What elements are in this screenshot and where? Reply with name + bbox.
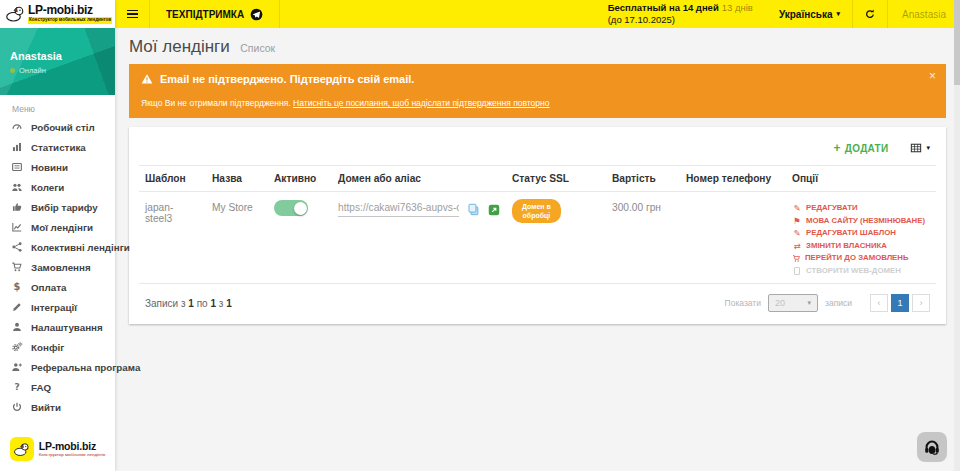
trial-days-left: 13 днів bbox=[722, 2, 753, 13]
landings-card: + ДОДАТИ ▾ Шаблон bbox=[129, 127, 946, 324]
file-icon bbox=[794, 267, 800, 275]
table-header-row: Шаблон Назва Активно Домен або аліас Ста… bbox=[139, 166, 936, 192]
topbar-username[interactable]: Anastasia bbox=[888, 0, 960, 28]
integrations-icon bbox=[11, 301, 23, 313]
sidebar-item-settings[interactable]: Налаштування bbox=[0, 317, 115, 337]
chevron-down-icon: ▾ bbox=[808, 299, 812, 307]
sidebar-item-collective-landings[interactable]: Колективні лендінги bbox=[0, 237, 115, 257]
brand-logo-bottom[interactable]: LP-mobi.biz Конструктор мобільних лендін… bbox=[0, 430, 115, 471]
resend-confirmation-link[interactable]: Натисніть це посилання, щоб надіслати пі… bbox=[293, 98, 549, 108]
email-alert: Email не підтверджено. Підтвердіть свій … bbox=[129, 64, 946, 118]
close-icon[interactable]: × bbox=[929, 70, 936, 82]
referral-icon bbox=[11, 361, 23, 373]
dog-logo-icon bbox=[5, 4, 25, 24]
sidebar-user-status: Онлайн bbox=[19, 66, 46, 75]
table-row: japan-steel3 My Store https://cakawi7636… bbox=[139, 192, 936, 284]
dog-logo-badge-icon bbox=[10, 437, 34, 461]
support-button[interactable]: ТЕХПІДТРИМКА bbox=[150, 0, 279, 28]
app-root: LP-mobi.biz Конструктор мобильных лендин… bbox=[0, 0, 960, 471]
domain-link[interactable]: https://cakawi7636-aupvs-com-42 bbox=[338, 202, 459, 217]
alert-body-text: Якщо Ви не отримали підтвердження. bbox=[141, 98, 291, 108]
records-label: записи bbox=[825, 298, 852, 308]
brand-name-bottom: LP-mobi.biz bbox=[39, 441, 106, 452]
brand-logo-top[interactable]: LP-mobi.biz Конструктор мобильных лендин… bbox=[0, 0, 115, 28]
topbar: ТЕХПІДТРИМКА Бесплатный на 14 дней13 дні… bbox=[115, 0, 960, 28]
warning-icon bbox=[141, 73, 153, 85]
sidebar-item-logout[interactable]: Вийти bbox=[0, 397, 115, 417]
sidebar: LP-mobi.biz Конструктор мобильных лендин… bbox=[0, 0, 115, 471]
scrollbar-thumb[interactable] bbox=[954, 0, 960, 85]
topbar-divider bbox=[279, 0, 280, 28]
option-edit-template[interactable]: ✎РЕДАГУВАТИ ШАБЛОН bbox=[792, 227, 930, 240]
sidebar-user-panel: Anastasia Онлайн bbox=[0, 28, 115, 95]
faq-icon bbox=[11, 381, 23, 393]
support-chat-button[interactable] bbox=[917, 432, 947, 462]
col-price: Вартість bbox=[606, 166, 680, 192]
option-create-web-domain: СТВОРИТИ WEB-ДОМЕН bbox=[792, 265, 930, 278]
hamburger-menu-icon[interactable] bbox=[115, 0, 149, 28]
settings-user-icon bbox=[11, 321, 23, 333]
prev-page-button[interactable]: ‹ bbox=[870, 294, 888, 312]
next-page-button[interactable]: › bbox=[912, 294, 930, 312]
page-subtitle: Список bbox=[240, 42, 275, 54]
sidebar-item-config[interactable]: Конфіг bbox=[0, 337, 115, 357]
brand-tagline: Конструктор мобильных лендингов bbox=[28, 17, 112, 24]
table-footer: Записи з 1 по 1 з 1 Показати 20 ▾ записи… bbox=[139, 283, 936, 324]
pagination: Показати 20 ▾ записи ‹ 1 › bbox=[725, 294, 930, 312]
col-active: Активно bbox=[268, 166, 332, 192]
plus-icon: + bbox=[833, 142, 840, 154]
option-change-owner[interactable]: ⇄ЗМІНИТИ ВЛАСНИКА bbox=[792, 240, 930, 253]
option-edit[interactable]: ✎РЕДАГУВАТИ bbox=[792, 202, 930, 215]
scrollbar-track bbox=[954, 0, 960, 471]
edit-icon: ✎ bbox=[792, 227, 802, 240]
cell-price: 300.00 грн bbox=[606, 192, 680, 284]
brand-name: LP-mobi.biz bbox=[28, 4, 112, 16]
statistics-icon bbox=[11, 141, 23, 153]
edit-icon: ✎ bbox=[792, 202, 802, 215]
sidebar-item-payment[interactable]: Оплата bbox=[0, 277, 115, 297]
main-area: ТЕХПІДТРИМКА Бесплатный на 14 дней13 дні… bbox=[115, 0, 960, 471]
sidebar-nav: Робочий стіл Статистика Новини Колеги Ви… bbox=[0, 117, 115, 430]
sidebar-item-statistics[interactable]: Статистика bbox=[0, 137, 115, 157]
active-toggle[interactable] bbox=[274, 200, 308, 216]
sidebar-item-tariff[interactable]: Вибір тарифу bbox=[0, 197, 115, 217]
refresh-button[interactable] bbox=[853, 0, 887, 28]
table-view-button[interactable]: ▾ bbox=[910, 142, 930, 154]
sidebar-item-my-landings[interactable]: Мої лендінги bbox=[0, 217, 115, 237]
news-icon bbox=[11, 161, 23, 173]
trial-info: Бесплатный на 14 дней13 днів (до 17.10.2… bbox=[608, 2, 767, 26]
copy-icon[interactable] bbox=[467, 203, 480, 216]
page-size-select[interactable]: 20 ▾ bbox=[768, 294, 818, 312]
external-link-icon[interactable] bbox=[488, 204, 500, 216]
cell-template: japan-steel3 bbox=[139, 192, 206, 284]
col-template: Шаблон bbox=[139, 166, 206, 192]
sidebar-item-referral[interactable]: Реферальна програма bbox=[0, 357, 115, 377]
page-title: Мої лендінги bbox=[129, 37, 230, 56]
cell-phone bbox=[680, 192, 786, 284]
records-info: Записи з 1 по 1 з 1 bbox=[145, 298, 232, 309]
sidebar-item-news[interactable]: Новини bbox=[0, 157, 115, 177]
sidebar-item-dashboard[interactable]: Робочий стіл bbox=[0, 117, 115, 137]
flag-icon: ⚑ bbox=[792, 215, 802, 228]
colleagues-icon bbox=[11, 181, 23, 193]
dashboard-icon bbox=[11, 121, 23, 133]
option-site-language[interactable]: ⚑МОВА САЙТУ (НЕЗМІНЮВАНЕ) bbox=[792, 215, 930, 228]
menu-section-label: Меню bbox=[0, 95, 115, 117]
page-1-button[interactable]: 1 bbox=[891, 294, 909, 312]
ssl-status-badge: Домен в обробці bbox=[512, 199, 561, 223]
share-icon bbox=[11, 241, 23, 253]
online-status-dot bbox=[10, 68, 15, 73]
language-dropdown[interactable]: Українська ▾ bbox=[767, 0, 852, 28]
page-head: Мої лендінги Список bbox=[115, 28, 960, 62]
sidebar-item-integrations[interactable]: Інтеграції bbox=[0, 297, 115, 317]
option-go-to-orders[interactable]: ПЕРЕЙТИ ДО ЗАМОВЛЕНЬ bbox=[792, 252, 930, 265]
add-button[interactable]: + ДОДАТИ bbox=[833, 142, 888, 154]
grid-icon bbox=[910, 142, 922, 154]
payment-icon bbox=[11, 281, 23, 293]
sidebar-item-orders[interactable]: Замовлення bbox=[0, 257, 115, 277]
sidebar-item-colleagues[interactable]: Колеги bbox=[0, 177, 115, 197]
orders-cart-icon bbox=[11, 261, 23, 273]
chevron-down-icon: ▾ bbox=[837, 10, 841, 18]
col-ssl-status: Статус SSL bbox=[506, 166, 606, 192]
sidebar-item-faq[interactable]: FAQ bbox=[0, 377, 115, 397]
